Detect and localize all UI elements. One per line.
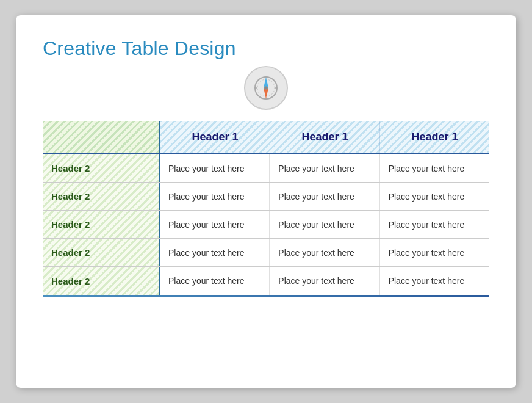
cell-1-1: Place your text here	[269, 183, 379, 210]
row-header-4: Header 2	[43, 267, 160, 295]
table-header-cell-3: Header 1	[379, 121, 489, 153]
table-row: Header 2Place your text herePlace your t…	[43, 154, 489, 183]
row-header-1: Header 2	[43, 183, 160, 210]
cell-1-0: Place your text here	[160, 183, 269, 210]
table-header-col1	[43, 121, 160, 153]
cell-4-1: Place your text here	[269, 267, 379, 295]
table-row: Header 2Place your text herePlace your t…	[43, 267, 489, 295]
compass-icon	[244, 66, 288, 110]
row-header-2: Header 2	[43, 211, 160, 238]
cell-0-2: Place your text here	[379, 154, 489, 182]
table-header-cells: Header 1 Header 1 Header 1	[160, 121, 489, 153]
table-wrapper: Header 1 Header 1 Header 1 Header 2Place…	[43, 121, 489, 297]
table-row: Header 2Place your text herePlace your t…	[43, 183, 489, 211]
table-header-cell-2: Header 1	[270, 121, 379, 153]
cell-4-0: Place your text here	[160, 267, 269, 295]
icon-area	[43, 66, 489, 110]
slide-title: Creative Table Design	[43, 37, 489, 60]
slide: Creative Table Design	[16, 15, 516, 388]
cell-4-2: Place your text here	[379, 267, 489, 295]
bottom-line	[43, 295, 489, 297]
row-cells-4: Place your text herePlace your text here…	[160, 267, 489, 295]
cell-3-0: Place your text here	[160, 239, 269, 266]
cell-2-0: Place your text here	[160, 211, 269, 238]
cell-0-1: Place your text here	[269, 154, 379, 182]
cell-0-0: Place your text here	[160, 154, 269, 182]
row-header-0: Header 2	[43, 154, 160, 182]
cell-2-1: Place your text here	[269, 211, 379, 238]
data-rows: Header 2Place your text herePlace your t…	[43, 154, 489, 295]
row-cells-1: Place your text herePlace your text here…	[160, 183, 489, 210]
cell-3-2: Place your text here	[379, 239, 489, 266]
table-row: Header 2Place your text herePlace your t…	[43, 239, 489, 267]
cell-3-1: Place your text here	[269, 239, 379, 266]
table-header-row: Header 1 Header 1 Header 1	[43, 121, 489, 153]
cell-1-2: Place your text here	[379, 183, 489, 210]
table-header-cell-1: Header 1	[160, 121, 270, 153]
cell-2-2: Place your text here	[379, 211, 489, 238]
row-header-3: Header 2	[43, 239, 160, 266]
row-cells-2: Place your text herePlace your text here…	[160, 211, 489, 238]
table-row: Header 2Place your text herePlace your t…	[43, 211, 489, 239]
row-cells-0: Place your text herePlace your text here…	[160, 154, 489, 182]
row-cells-3: Place your text herePlace your text here…	[160, 239, 489, 266]
